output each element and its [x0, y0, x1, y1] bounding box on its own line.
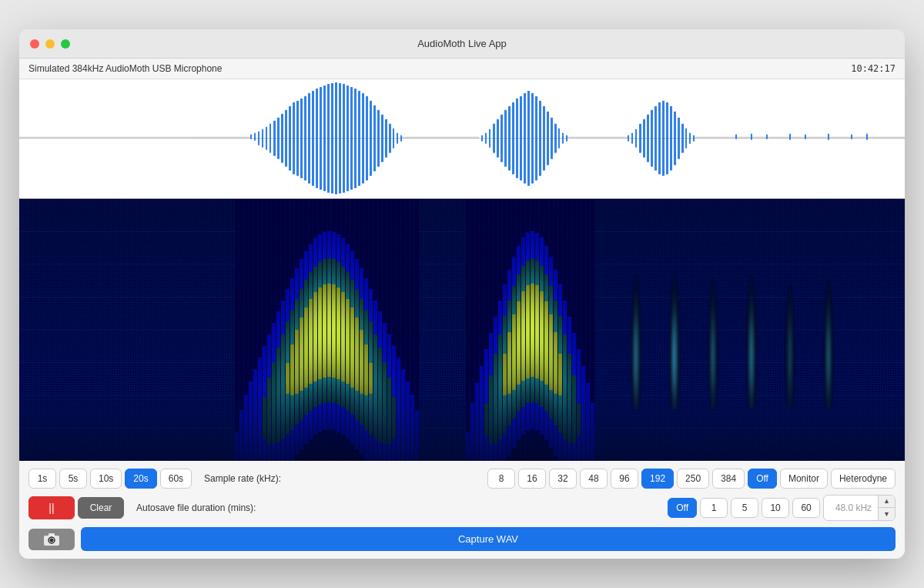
time-btn-20s[interactable]: 20s	[125, 469, 156, 489]
title-bar: AudioMoth Live App	[19, 29, 905, 59]
svg-rect-78	[670, 106, 672, 170]
svg-rect-84	[693, 136, 695, 142]
svg-rect-90	[805, 135, 806, 139]
svg-rect-28	[350, 87, 353, 190]
sample-rate-192[interactable]: 192	[641, 469, 674, 489]
svg-rect-57	[535, 96, 537, 180]
svg-rect-21	[323, 86, 326, 191]
clear-button[interactable]: Clear	[78, 497, 124, 519]
svg-rect-69	[635, 129, 637, 148]
sample-rate-32[interactable]: 32	[549, 469, 577, 489]
svg-rect-72	[647, 115, 649, 163]
svg-rect-17	[308, 93, 310, 183]
svg-rect-68	[631, 133, 633, 144]
heterodyne-btn[interactable]: Heterodyne	[831, 469, 896, 489]
svg-rect-97	[49, 533, 55, 536]
sample-rate-250[interactable]: 250	[677, 469, 709, 489]
controls-row-1: 1s 5s 10s 20s 60s Sample rate (kHz): 8 1…	[28, 469, 896, 489]
svg-rect-56	[531, 93, 534, 183]
svg-rect-93	[866, 134, 868, 140]
svg-rect-75	[658, 102, 661, 174]
maximize-button[interactable]	[61, 39, 70, 49]
monitor-off-btn[interactable]: Off	[748, 469, 777, 489]
svg-rect-27	[346, 86, 349, 191]
svg-rect-85	[695, 137, 905, 139]
svg-rect-16	[304, 96, 306, 180]
freq-down-button[interactable]: ▼	[879, 508, 895, 520]
time-btn-60s[interactable]: 60s	[160, 469, 192, 489]
svg-rect-31	[362, 93, 364, 183]
svg-rect-76	[662, 101, 665, 176]
waveform-display	[19, 79, 905, 198]
svg-rect-88	[766, 135, 768, 139]
sample-rate-48[interactable]: 48	[580, 469, 608, 489]
waveform-container	[19, 79, 905, 199]
svg-rect-44	[485, 133, 487, 144]
svg-rect-80	[678, 118, 680, 160]
svg-rect-82	[685, 129, 687, 149]
sample-rate-384[interactable]: 384	[712, 469, 745, 489]
screenshot-button[interactable]	[28, 529, 75, 550]
svg-rect-2	[250, 135, 252, 139]
sample-rate-16[interactable]: 16	[518, 469, 546, 489]
svg-rect-7	[270, 124, 271, 153]
svg-rect-11	[285, 110, 287, 167]
svg-rect-64	[562, 133, 564, 144]
time-btn-10s[interactable]: 10s	[90, 469, 122, 489]
svg-rect-92	[851, 135, 852, 139]
time-btn-1s[interactable]: 1s	[28, 469, 56, 489]
svg-rect-48	[500, 115, 503, 163]
svg-rect-43	[481, 136, 483, 142]
svg-rect-38	[389, 124, 391, 153]
svg-rect-70	[639, 124, 641, 153]
main-window: AudioMoth Live App Simulated 384kHz Audi…	[19, 29, 905, 559]
svg-rect-47	[497, 119, 499, 158]
svg-rect-15	[300, 99, 303, 178]
svg-rect-19	[316, 89, 318, 188]
svg-rect-4	[258, 132, 259, 146]
svg-rect-71	[643, 119, 645, 158]
svg-rect-10	[281, 114, 283, 163]
autosave-off[interactable]: Off	[668, 498, 697, 518]
freq-input[interactable]	[824, 499, 878, 516]
sample-rate-96[interactable]: 96	[611, 469, 638, 489]
autosave-10[interactable]: 10	[762, 498, 789, 518]
traffic-lights	[30, 39, 70, 49]
svg-rect-74	[654, 106, 657, 170]
svg-rect-39	[393, 129, 394, 149]
svg-rect-23	[331, 83, 333, 193]
svg-rect-1	[19, 137, 250, 139]
time-btn-5s[interactable]: 5s	[59, 469, 87, 489]
autosave-60[interactable]: 60	[792, 498, 820, 518]
svg-rect-18	[312, 91, 314, 186]
svg-rect-54	[524, 93, 526, 183]
svg-rect-87	[751, 134, 752, 140]
svg-rect-55	[527, 91, 530, 186]
svg-rect-8	[273, 121, 276, 156]
monitor-btn[interactable]: Monitor	[780, 469, 828, 489]
svg-rect-77	[666, 102, 668, 174]
capture-wav-button[interactable]: Capture WAV	[81, 527, 896, 551]
svg-rect-42	[402, 137, 479, 139]
minimize-button[interactable]	[45, 39, 55, 49]
autosave-label: Autosave file duration (mins):	[136, 502, 256, 513]
svg-rect-62	[554, 124, 557, 153]
autosave-5[interactable]: 5	[731, 498, 758, 518]
autosave-1[interactable]: 1	[700, 498, 728, 518]
svg-rect-33	[370, 101, 372, 176]
svg-rect-3	[254, 133, 256, 141]
svg-rect-53	[520, 96, 522, 180]
svg-rect-65	[566, 136, 567, 142]
close-button[interactable]	[30, 39, 39, 49]
window-title: AudioMoth Live App	[417, 38, 507, 49]
svg-rect-5	[262, 129, 263, 148]
svg-rect-34	[373, 106, 376, 171]
sample-rate-8[interactable]: 8	[487, 469, 515, 489]
freq-up-button[interactable]: ▲	[879, 496, 895, 508]
svg-rect-36	[381, 115, 383, 163]
svg-rect-50	[508, 106, 511, 170]
pause-button[interactable]: ||	[28, 496, 75, 519]
device-label: Simulated 384kHz AudioMoth USB Microphon…	[28, 63, 222, 74]
svg-rect-60	[547, 112, 549, 166]
svg-rect-6	[266, 127, 267, 150]
